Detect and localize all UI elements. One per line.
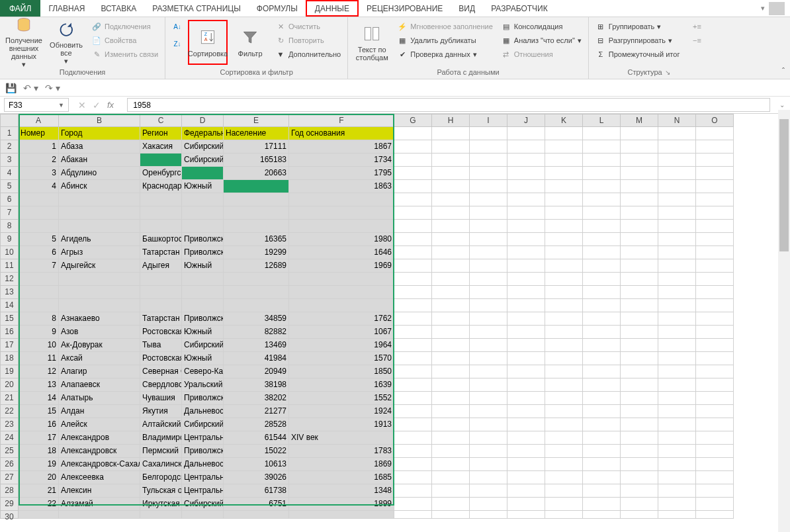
cell[interactable] [470, 206, 507, 220]
cell[interactable] [224, 180, 289, 193]
col-header-M[interactable]: M [621, 114, 658, 127]
cell[interactable]: Уральский [182, 378, 224, 392]
cell[interactable] [470, 405, 507, 418]
cell[interactable] [432, 140, 470, 154]
cell[interactable] [394, 431, 432, 445]
cell[interactable] [432, 167, 470, 180]
cell[interactable] [621, 352, 658, 365]
cell[interactable] [583, 233, 621, 246]
cell[interactable] [621, 220, 658, 233]
cell[interactable] [583, 378, 621, 392]
col-header-F[interactable]: F [289, 114, 394, 127]
row-header[interactable]: 1 [0, 127, 19, 140]
cell[interactable] [696, 273, 734, 286]
cell[interactable] [621, 127, 658, 140]
cell[interactable] [583, 418, 621, 431]
cell[interactable] [224, 193, 289, 206]
cell[interactable]: Южный [182, 352, 224, 365]
cell[interactable] [545, 259, 583, 273]
cell[interactable] [545, 286, 583, 299]
cell[interactable] [583, 471, 621, 484]
tab-file[interactable]: ФАЙЛ [0, 0, 40, 17]
cell[interactable]: Агрыз [59, 246, 140, 259]
row-header[interactable]: 23 [0, 418, 19, 431]
cell[interactable] [470, 365, 507, 378]
cell[interactable]: 38202 [224, 392, 289, 405]
cell[interactable]: 12689 [224, 259, 289, 273]
cell[interactable] [19, 220, 59, 233]
cell[interactable] [507, 484, 545, 498]
cell[interactable]: Ростовская область [140, 352, 182, 365]
cell[interactable] [289, 206, 394, 220]
cell[interactable] [470, 445, 507, 458]
data-validation-button[interactable]: ✔Проверка данных ▾ [394, 48, 496, 61]
cell[interactable] [59, 286, 140, 299]
cell[interactable] [658, 206, 696, 220]
row-header[interactable]: 25 [0, 445, 19, 458]
cell[interactable]: Татарстан [140, 312, 182, 326]
col-header-E[interactable]: E [224, 114, 289, 127]
cell[interactable]: 28528 [224, 418, 289, 431]
cell[interactable] [658, 180, 696, 193]
cell[interactable] [224, 286, 289, 299]
cell[interactable] [432, 418, 470, 431]
cell[interactable] [289, 511, 394, 519]
cell[interactable]: 1980 [289, 233, 394, 246]
cell[interactable] [394, 167, 432, 180]
cell[interactable] [394, 471, 432, 484]
cell[interactable] [507, 167, 545, 180]
cell[interactable] [545, 458, 583, 471]
cell[interactable]: Алагир [59, 365, 140, 378]
cell[interactable] [696, 140, 734, 154]
cell[interactable] [432, 273, 470, 286]
cell[interactable] [696, 259, 734, 273]
collapse-ribbon-button[interactable]: ˆ [782, 67, 785, 76]
cell[interactable]: 7 [19, 259, 59, 273]
cell[interactable] [545, 339, 583, 352]
row-header[interactable]: 18 [0, 352, 19, 365]
cell[interactable] [470, 352, 507, 365]
cell[interactable]: Дальневосточный [182, 458, 224, 471]
cell[interactable]: Сибирский [182, 140, 224, 154]
cell[interactable] [696, 392, 734, 405]
cell[interactable] [507, 339, 545, 352]
cell[interactable] [696, 312, 734, 326]
cell[interactable] [621, 140, 658, 154]
cell[interactable] [140, 286, 182, 299]
cell[interactable] [59, 206, 140, 220]
name-box[interactable]: F33▼ [4, 98, 69, 112]
spreadsheet-grid[interactable]: ABCDEFGHIJKLMNO 1НомерГородРегионФедерал… [0, 114, 790, 519]
cell[interactable] [621, 246, 658, 259]
cell[interactable] [507, 273, 545, 286]
row-header[interactable]: 16 [0, 326, 19, 339]
confirm-formula-button[interactable]: ✓ [93, 100, 101, 111]
cell[interactable]: Сибирский [182, 339, 224, 352]
cell[interactable] [621, 154, 658, 167]
whatif-button[interactable]: ▦Анализ "что если" ▾ [498, 34, 584, 47]
cell[interactable] [545, 511, 583, 519]
cell[interactable] [432, 445, 470, 458]
cell[interactable] [140, 206, 182, 220]
cell[interactable] [394, 405, 432, 418]
cell[interactable] [583, 392, 621, 405]
cell[interactable] [696, 167, 734, 180]
cell[interactable] [470, 180, 507, 193]
col-header-H[interactable]: H [432, 114, 470, 127]
cell[interactable] [658, 352, 696, 365]
cell[interactable]: Алатырь [59, 392, 140, 405]
cell[interactable] [583, 326, 621, 339]
cell[interactable]: Александровск [59, 445, 140, 458]
cell[interactable]: 1964 [289, 339, 394, 352]
formula-input[interactable]: 1958 [127, 98, 770, 112]
cell[interactable]: Ростовская область [140, 326, 182, 339]
cell[interactable]: Алапаевск [59, 378, 140, 392]
cell[interactable]: 1734 [289, 154, 394, 167]
hide-detail-button[interactable]: −≡ [689, 34, 705, 47]
cell[interactable]: Приволжский [182, 392, 224, 405]
cell[interactable] [394, 484, 432, 498]
cell[interactable] [59, 193, 140, 206]
cell[interactable]: 9 [19, 326, 59, 339]
cell[interactable] [621, 418, 658, 431]
sort-desc-button[interactable]: Z↓ [169, 37, 185, 50]
cell[interactable]: Владимирская область [140, 431, 182, 445]
